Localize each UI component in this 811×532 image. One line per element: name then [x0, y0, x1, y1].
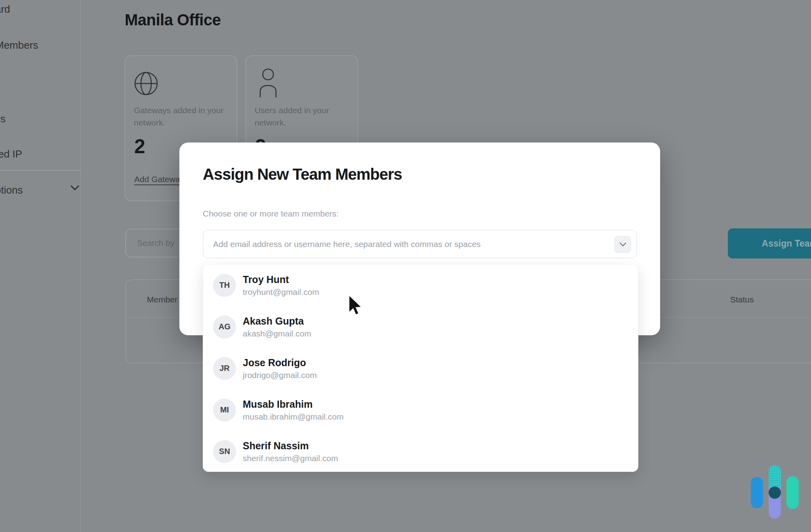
member-email: jrodrigo@gmail.com	[243, 370, 317, 380]
member-dropdown-list: TH Troy Hunt troyhunt@gmail.com AG Akash…	[203, 264, 638, 472]
sidebar: ard Members ys ted IP ptions	[0, 0, 81, 532]
search-placeholder: Search by	[137, 229, 175, 257]
page-title: Manila Office	[125, 11, 221, 29]
member-option-jose-rodrigo[interactable]: JR Jose Rodrigo jrodrigo@gmail.com	[203, 348, 638, 389]
member-name: Sherif Nassim	[243, 440, 338, 452]
globe-icon	[133, 68, 159, 99]
users-caption: Users added in your network.	[255, 104, 348, 129]
assign-team-members-button[interactable]: Assign Team Members	[728, 228, 811, 258]
member-email: sherif.nessim@gmail.com	[243, 453, 338, 464]
table-header-member: Member	[147, 295, 177, 304]
gateways-caption: Gateways added in your network.	[134, 104, 227, 129]
brand-logo	[748, 463, 804, 522]
member-name: Musab Ibrahim	[243, 398, 344, 410]
logo-bar-right	[786, 476, 799, 509]
sidebar-item-gateways[interactable]: ys	[0, 113, 6, 125]
member-email: troyhunt@gmail.com	[243, 287, 319, 297]
add-gateway-link[interactable]: Add Gateway	[134, 175, 184, 184]
sidebar-divider	[0, 170, 81, 171]
modal-choose-label: Choose one or more team members:	[203, 209, 339, 218]
member-option-troy-hunt[interactable]: TH Troy Hunt troyhunt@gmail.com	[203, 264, 638, 306]
member-email: musab.ibrahim@gmail.com	[243, 411, 344, 422]
mouse-cursor-icon	[348, 295, 363, 317]
sidebar-item-team-members[interactable]: Members	[0, 39, 38, 51]
table-header-status: Status	[730, 295, 754, 304]
member-name: Troy Hunt	[243, 274, 319, 285]
avatar: TH	[213, 274, 236, 297]
modal-title: Assign New Team Members	[203, 165, 402, 183]
member-option-musab-ibrahim[interactable]: MI Musab Ibrahim musab.ibrahim@gmail.com	[203, 389, 638, 431]
sidebar-item-dashboard[interactable]: ard	[0, 3, 10, 15]
member-email-input[interactable]: Add email address or username here, sepa…	[203, 230, 637, 258]
avatar: AG	[213, 315, 236, 338]
member-input-placeholder: Add email address or username here, sepa…	[213, 230, 481, 258]
member-email: akash@gmail.com	[243, 328, 311, 339]
member-name: Jose Rodrigo	[243, 357, 317, 369]
sidebar-item-dedicated-ip[interactable]: ted IP	[0, 148, 22, 160]
user-icon	[259, 68, 278, 99]
chevron-down-icon	[619, 242, 626, 247]
avatar: MI	[213, 399, 236, 422]
logo-dot	[769, 486, 781, 499]
avatar: JR	[213, 357, 236, 380]
member-name: Akash Gupta	[243, 315, 311, 327]
sidebar-item-options[interactable]: ptions	[0, 184, 23, 196]
member-dropdown-toggle[interactable]	[614, 236, 631, 253]
member-option-akash-gupta[interactable]: AG Akash Gupta akash@gmail.com	[203, 306, 638, 348]
chevron-down-icon	[70, 185, 79, 191]
logo-bar-left	[751, 477, 763, 508]
screen: ard Members ys ted IP ptions Manila Offi…	[0, 0, 811, 532]
avatar: SN	[213, 440, 236, 463]
member-option-sherif-nassim[interactable]: SN Sherif Nassim sherif.nessim@gmail.com	[203, 431, 638, 472]
gateways-count: 2	[134, 135, 145, 158]
